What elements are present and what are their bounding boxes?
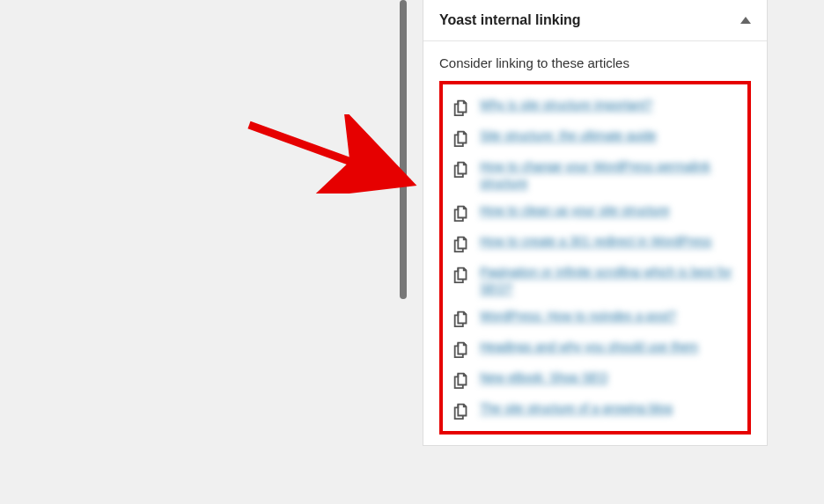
- suggested-link[interactable]: Why is site structure important?: [480, 97, 652, 113]
- copy-page-icon[interactable]: [452, 265, 471, 284]
- suggested-link[interactable]: How to clean up your site structure: [480, 202, 670, 219]
- copy-page-icon[interactable]: [452, 159, 471, 179]
- panel-subheading: Consider linking to these articles: [439, 55, 751, 70]
- panel-title: Yoast internal linking: [439, 12, 581, 28]
- suggested-link[interactable]: How to create a 301 redirect in WordPres…: [480, 233, 712, 250]
- svg-line-0: [249, 125, 409, 183]
- copy-page-icon[interactable]: [452, 309, 471, 328]
- list-item: Site structure: the ultimate guide: [452, 122, 739, 153]
- copy-page-icon[interactable]: [452, 98, 471, 117]
- panel-body: Consider linking to these articles Why i…: [423, 41, 767, 445]
- list-item: Why is site structure important?: [452, 91, 739, 122]
- suggested-link[interactable]: New eBook: Shop SEO: [480, 369, 608, 386]
- suggested-link[interactable]: Site structure: the ultimate guide: [480, 128, 657, 144]
- list-item: Pagination or infinite scrolling which i…: [452, 259, 739, 303]
- yoast-internal-linking-panel: Yoast internal linking Consider linking …: [423, 0, 768, 446]
- list-item: The site structure of a growing blog: [452, 395, 739, 426]
- panel-header[interactable]: Yoast internal linking: [423, 0, 767, 41]
- copy-page-icon[interactable]: [452, 340, 471, 359]
- copy-page-icon[interactable]: [452, 370, 471, 390]
- collapse-toggle-icon[interactable]: [740, 17, 751, 24]
- list-item: How to create a 301 redirect in WordPres…: [452, 228, 739, 259]
- list-item: Headings and why you should use them: [452, 333, 739, 364]
- list-item: How to clean up your site structure: [452, 197, 739, 228]
- copy-page-icon[interactable]: [452, 128, 471, 148]
- copy-page-icon[interactable]: [452, 203, 471, 223]
- suggested-link[interactable]: Headings and why you should use them: [480, 339, 698, 355]
- suggested-link[interactable]: Pagination or infinite scrolling which i…: [480, 264, 739, 297]
- copy-page-icon[interactable]: [452, 234, 471, 253]
- suggested-links-highlight: Why is site structure important? Site st…: [439, 81, 751, 435]
- suggested-link[interactable]: The site structure of a growing blog: [480, 400, 673, 417]
- list-item: How to change your WordPress permalink s…: [452, 153, 739, 197]
- suggested-link[interactable]: WordPress: How to noindex a post?: [480, 308, 676, 325]
- copy-page-icon[interactable]: [452, 401, 471, 420]
- suggested-link[interactable]: How to change your WordPress permalink s…: [480, 158, 739, 192]
- scrollbar-thumb[interactable]: [400, 0, 407, 299]
- list-item: New eBook: Shop SEO: [452, 364, 739, 395]
- list-item: WordPress: How to noindex a post?: [452, 303, 739, 333]
